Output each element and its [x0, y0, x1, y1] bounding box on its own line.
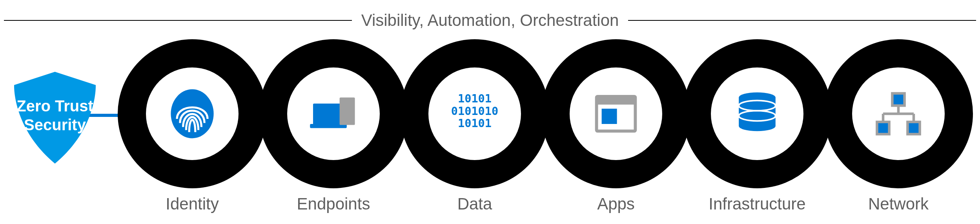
svg-text:10101: 10101: [458, 92, 492, 105]
pillar-inner: [287, 67, 380, 160]
pillar-inner: [852, 67, 945, 160]
svg-rect-9: [602, 109, 617, 124]
pillar-ring: 10101 0101010 10101: [400, 39, 549, 188]
pillar-endpoints: Endpoints: [259, 39, 408, 213]
window-icon: [590, 88, 641, 139]
top-label: Visibility, Automation, Orchestration: [352, 11, 628, 30]
pillar-apps: Apps: [541, 39, 690, 213]
network-tree-icon: [873, 88, 924, 139]
svg-rect-8: [597, 97, 636, 105]
pillar-network: Network: [824, 39, 973, 213]
fingerprint-icon: [167, 88, 218, 139]
pillar-label: Data: [400, 195, 549, 213]
pillar-ring: [541, 39, 690, 188]
pillar-inner: [146, 67, 239, 160]
pillar-label: Apps: [541, 195, 690, 213]
pillar-label: Infrastructure: [683, 195, 832, 213]
pillar-chain: Zero Trust Security Identity: [4, 39, 976, 188]
pillar-ring: [118, 39, 267, 188]
pillar-ring: [259, 39, 408, 188]
shield-line1: Zero Trust: [16, 97, 93, 115]
top-divider: Visibility, Automation, Orchestration: [4, 11, 976, 30]
pillar-label: Network: [824, 195, 973, 213]
svg-rect-15: [907, 122, 920, 134]
binary-icon: 10101 0101010 10101: [449, 88, 500, 139]
svg-text:10101: 10101: [458, 117, 492, 130]
svg-text:0101010: 0101010: [451, 104, 498, 118]
zero-trust-shield: Zero Trust Security: [4, 67, 106, 170]
pillar-inner: 10101 0101010 10101: [428, 67, 521, 160]
svg-rect-1: [313, 104, 344, 127]
pillar-ring: [824, 39, 973, 188]
shield-text: Zero Trust Security: [4, 97, 106, 134]
pillar-inner: [570, 67, 662, 160]
svg-rect-13: [892, 93, 904, 106]
svg-rect-14: [877, 122, 889, 134]
pillar-data: 10101 0101010 10101 Data: [400, 39, 549, 213]
devices-icon: [308, 88, 359, 139]
top-line-right: [628, 20, 976, 21]
pillar-identity: Identity: [118, 39, 267, 213]
svg-rect-3: [340, 97, 355, 125]
top-line-left: [4, 20, 352, 21]
shield-line2: Security: [24, 116, 86, 133]
pillar-infrastructure: Infrastructure: [683, 39, 832, 213]
pillar-ring: [683, 39, 832, 188]
pillar-inner: [711, 67, 803, 160]
pillar-label: Identity: [118, 195, 267, 213]
pillar-label: Endpoints: [259, 195, 408, 213]
database-icon: [732, 88, 783, 139]
